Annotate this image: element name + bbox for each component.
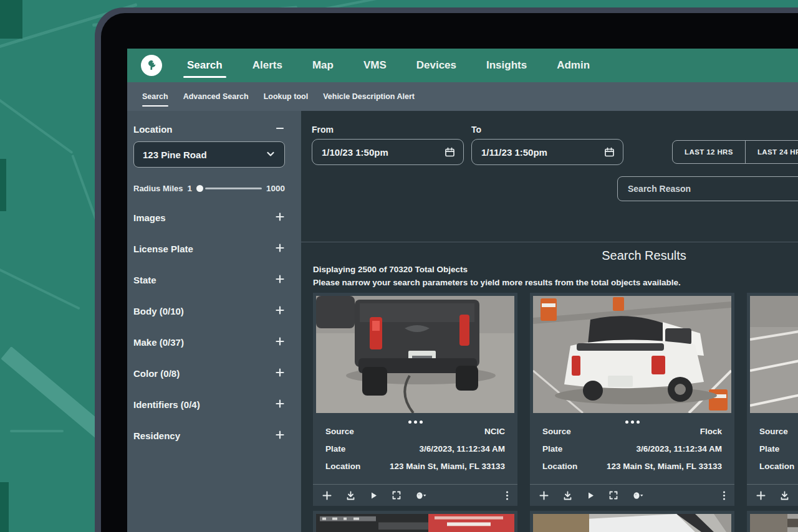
radius-label: Radius Miles [133, 184, 183, 193]
filter-label: Identifiers (0/4) [133, 399, 200, 410]
location-label: Location [133, 124, 173, 135]
card-info: Source Plate Location [747, 416, 798, 484]
add-icon[interactable] [539, 490, 549, 501]
last-12-hrs-button[interactable]: LAST 12 HRS [673, 141, 745, 163]
card-action-bar [530, 484, 734, 506]
filter-label: Body (0/10) [133, 306, 184, 316]
location-section-header[interactable]: Location [133, 123, 285, 135]
camera-dropdown-icon[interactable] [632, 490, 645, 501]
map-road [10, 430, 64, 432]
filter-license-plate[interactable]: License Plate [133, 233, 285, 264]
nav-item-map[interactable]: Map [312, 59, 334, 72]
vehicle-photo[interactable] [747, 293, 798, 416]
laptop-frame: Search Alerts Map VMS Devices Insights A… [95, 7, 798, 532]
source-label: Source [759, 427, 788, 436]
more-options-icon[interactable] [723, 490, 726, 501]
card-action-bar [747, 484, 798, 506]
expand-icon[interactable] [392, 490, 401, 500]
carousel-dots-icon[interactable] [325, 419, 505, 427]
plate-label: Plate [325, 444, 345, 454]
camera-dropdown-icon[interactable] [415, 490, 428, 501]
nav-item-devices[interactable]: Devices [416, 59, 456, 72]
map-block [0, 159, 6, 211]
expand-plus-icon [275, 212, 285, 224]
address-value: 123 Main St, Miami, FL 33133 [390, 462, 505, 471]
radius-max: 1000 [266, 184, 285, 193]
expand-icon[interactable] [608, 490, 618, 500]
filter-color[interactable]: Color (0/8) [133, 358, 285, 389]
expand-plus-icon [275, 399, 285, 411]
add-icon[interactable] [322, 490, 332, 501]
vehicle-photo[interactable] [313, 511, 517, 532]
filter-body[interactable]: Body (0/10) [133, 295, 285, 326]
radius-slider-thumb[interactable] [196, 185, 203, 192]
last-24-hrs-button[interactable]: LAST 24 HRS [745, 141, 798, 163]
expand-plus-icon [275, 305, 285, 317]
datetime-value: 3/6/2023, 11:12:34 AM [419, 444, 505, 454]
map-block [0, 482, 9, 532]
expand-plus-icon [275, 243, 285, 255]
download-icon[interactable] [345, 490, 356, 501]
results-divider [301, 242, 798, 242]
to-datetime-field[interactable]: 1/11/23 1:50pm [471, 139, 623, 165]
nav-item-search[interactable]: Search [187, 59, 223, 72]
top-nav: Search Alerts Map VMS Devices Insights A… [127, 49, 798, 82]
filter-residency[interactable]: Residency [133, 420, 285, 451]
results-summary: Displaying 2500 of 70320 Total Objects [313, 265, 468, 274]
radius-slider-track[interactable] [205, 188, 262, 189]
subnav-item-vehicle-description-alert[interactable]: Vehicle Description Alert [323, 92, 415, 101]
content-area: Location 123 Pine Road Radius Miles 1 [127, 111, 798, 532]
source-label: Source [325, 427, 354, 436]
more-options-icon[interactable] [506, 490, 509, 501]
filter-make[interactable]: Make (0/37) [133, 326, 285, 358]
carousel-dots-icon[interactable] [759, 419, 798, 427]
to-label: To [471, 125, 623, 135]
location-label: Location [759, 462, 794, 471]
plate-label: Plate [542, 444, 562, 454]
location-select[interactable]: 123 Pine Road [133, 141, 285, 168]
map-block [0, 0, 22, 39]
filter-label: Images [133, 212, 166, 223]
results-note: Please narrow your search parameters to … [313, 278, 681, 287]
subnav-item-lookup-tool[interactable]: Lookup tool [264, 92, 309, 101]
download-icon[interactable] [779, 490, 790, 501]
calendar-icon[interactable] [603, 146, 615, 158]
map-road [0, 267, 80, 310]
search-main: From 1/10/23 1:50pm To 1/11/23 1:50pm [301, 111, 798, 532]
subnav-item-advanced-search[interactable]: Advanced Search [183, 92, 249, 101]
filter-identifiers[interactable]: Identifiers (0/4) [133, 389, 285, 420]
results-row [313, 511, 798, 532]
vehicle-photo[interactable] [530, 293, 734, 416]
vehicle-photo[interactable] [313, 293, 517, 416]
location-label: Location [542, 462, 577, 471]
from-datetime-field[interactable]: 1/10/23 1:50pm [312, 139, 464, 165]
add-icon[interactable] [756, 490, 766, 501]
card-action-bar [313, 484, 517, 506]
expand-plus-icon [275, 430, 285, 442]
vehicle-photo[interactable] [747, 511, 798, 532]
play-icon[interactable] [586, 491, 595, 500]
search-reason-input[interactable] [617, 176, 798, 201]
nav-item-vms[interactable]: VMS [363, 59, 387, 72]
filter-state[interactable]: State [133, 264, 285, 295]
calendar-icon[interactable] [444, 146, 456, 158]
radius-slider-row: Radius Miles 1 1000 [133, 184, 285, 193]
card-info: Source Flock Plate 3/6/2023, 11:12:34 AM… [530, 416, 734, 484]
radius-min: 1 [187, 184, 192, 193]
source-value: Flock [700, 427, 722, 436]
subnav-item-search[interactable]: Search [142, 92, 168, 101]
download-icon[interactable] [562, 490, 573, 501]
carousel-dots-icon[interactable] [542, 419, 722, 427]
vehicle-photo[interactable] [530, 511, 734, 532]
flock-bird-icon[interactable] [141, 55, 162, 76]
location-select-value: 123 Pine Road [143, 150, 207, 160]
nav-item-insights[interactable]: Insights [486, 59, 527, 72]
result-card [313, 511, 517, 532]
nav-item-alerts[interactable]: Alerts [252, 59, 282, 72]
sub-nav: Search Advanced Search Lookup tool Vehic… [127, 82, 798, 111]
filter-label: Color (0/8) [133, 368, 180, 379]
filter-images[interactable]: Images [133, 202, 285, 233]
nav-item-admin[interactable]: Admin [557, 59, 590, 72]
play-icon[interactable] [369, 491, 378, 500]
to-datetime-value: 1/11/23 1:50pm [481, 147, 547, 158]
